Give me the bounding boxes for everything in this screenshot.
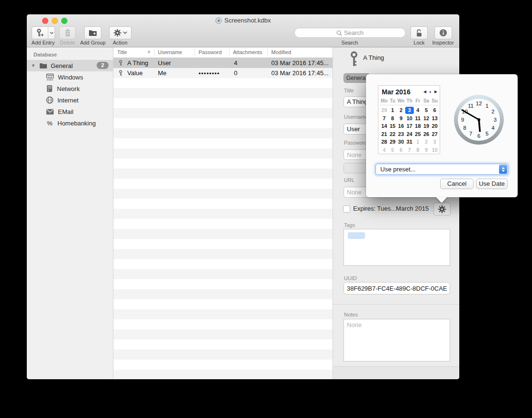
select-stepper-icon [499, 165, 507, 174]
calendar-prev-icon[interactable]: ◀ [423, 90, 426, 94]
calendar-day[interactable]: 18 [413, 123, 422, 130]
entry-modified-cell: 03 Mar 2016 17:45... [271, 69, 329, 77]
calendar-day[interactable]: 19 [422, 123, 431, 130]
analog-clock[interactable]: 123456789101112 [453, 93, 505, 146]
calendar-day[interactable]: 10 [405, 115, 414, 122]
calendar-day[interactable]: 1 [413, 138, 422, 146]
calendar-day[interactable]: 30 [397, 138, 405, 146]
use-date-button[interactable]: Use Date [476, 179, 508, 189]
calendar-day[interactable]: 17 [405, 123, 414, 130]
entry-username-cell: User [158, 59, 171, 67]
calendar-day[interactable]: 12 [422, 115, 431, 122]
table-row [113, 108, 332, 118]
calendar-day[interactable]: 11 [413, 115, 422, 122]
calendar-day[interactable]: 10 [431, 147, 439, 154]
empty-tag-pill[interactable] [348, 232, 365, 239]
calendar-day[interactable]: 8 [388, 115, 397, 122]
calendar-day[interactable]: 24 [405, 131, 414, 138]
calendar-day[interactable]: 26 [422, 131, 431, 138]
preset-select[interactable]: Use preset... [376, 164, 508, 175]
sidebar-item-internet[interactable]: Internet [27, 94, 113, 106]
uuid-field[interactable] [344, 282, 450, 294]
svg-text:9: 9 [461, 117, 464, 123]
sidebar-item-general[interactable]: ▼ General 2 [27, 60, 113, 71]
add-group-button[interactable] [84, 26, 101, 39]
calendar-day[interactable]: 6 [397, 147, 405, 154]
sidebar-item-label: Homebanking [57, 120, 96, 127]
table-row [113, 350, 332, 360]
calendar-day[interactable]: 27 [431, 131, 439, 138]
calendar-day[interactable]: 7 [380, 115, 388, 122]
table-row[interactable]: A ThingUser403 Mar 2016 17:45... [113, 58, 332, 68]
sidebar-item-email[interactable]: EMail [27, 106, 113, 117]
calendar-day[interactable]: 22 [388, 131, 397, 138]
column-header-title[interactable]: Title [117, 49, 127, 55]
sidebar-section-header: Database [33, 52, 57, 57]
table-row [113, 219, 332, 229]
table-row [113, 239, 332, 249]
sidebar-item-label: Network [57, 85, 80, 92]
calendar-day[interactable]: 9 [422, 147, 431, 154]
calendar-day[interactable]: 5 [422, 107, 431, 114]
calendar-day[interactable]: 29 [380, 107, 388, 114]
expires-checkbox[interactable] [343, 205, 350, 213]
column-divider [195, 49, 195, 56]
calendar-divider [380, 105, 438, 105]
calendar-day[interactable]: 29 [388, 138, 397, 146]
inspector-button[interactable] [434, 26, 452, 39]
expires-date-picker-button[interactable] [433, 203, 451, 215]
calendar-day[interactable]: 7 [405, 147, 414, 154]
lock-button[interactable] [410, 26, 428, 39]
table-row [113, 319, 332, 329]
notes-field[interactable] [344, 319, 450, 362]
tab-general[interactable]: General [344, 73, 369, 83]
calendar-day[interactable]: 14 [380, 123, 388, 130]
calendar-day[interactable]: 1 [388, 107, 397, 114]
delete-label: Delete [60, 40, 75, 45]
entry-title-cell: Value [127, 69, 143, 77]
table-row[interactable]: ValueMe••••••••003 Mar 2016 17:45... [113, 68, 332, 78]
calendar-today-icon[interactable]: ● [429, 90, 431, 93]
calendar-day[interactable]: 6 [431, 107, 439, 114]
calendar-day[interactable]: 15 [388, 123, 397, 130]
column-header-password[interactable]: Password [199, 49, 222, 55]
envelope-icon [46, 109, 54, 115]
add-entry-button[interactable] [32, 26, 55, 39]
cancel-button[interactable]: Cancel [440, 179, 474, 189]
sidebar-item-homebanking[interactable]: % Homebanking [27, 117, 113, 129]
calendar-next-icon[interactable]: ▶ [434, 90, 437, 94]
table-header: Title ∧ Username Password Attachments Mo… [113, 47, 332, 58]
search-input[interactable]: Search [294, 28, 406, 38]
calendar-day[interactable]: 2 [397, 107, 405, 114]
table-row [113, 309, 332, 319]
calendar-day[interactable]: 23 [397, 131, 405, 138]
table-row [113, 229, 332, 239]
calendar-day[interactable]: 4 [413, 107, 422, 114]
delete-button [59, 26, 76, 39]
calendar-day[interactable]: 8 [413, 147, 422, 154]
calendar-day[interactable]: 20 [431, 123, 439, 130]
action-button[interactable] [109, 26, 132, 39]
calendar-day[interactable]: 16 [397, 123, 405, 130]
calendar-day[interactable]: 3 [431, 138, 439, 146]
username-label: Username [344, 114, 368, 120]
search-placeholder: Search [344, 29, 364, 36]
calendar-day[interactable]: 9 [397, 115, 405, 122]
column-header-modified[interactable]: Modified [271, 49, 291, 55]
sidebar-item-windows[interactable]: Windows [27, 71, 113, 83]
disclosure-triangle-icon[interactable]: ▼ [31, 63, 35, 68]
calendar-day[interactable]: 2 [422, 138, 431, 146]
tags-field[interactable] [344, 229, 450, 266]
column-header-username[interactable]: Username [158, 49, 182, 55]
calendar-day-selected[interactable]: 3 [405, 107, 414, 114]
calendar-day[interactable]: 28 [380, 138, 388, 146]
calendar-day[interactable]: 5 [388, 147, 397, 154]
calendar-day[interactable]: 13 [431, 115, 439, 122]
calendar-day[interactable]: 4 [380, 147, 388, 154]
calendar-day[interactable]: 25 [413, 131, 422, 138]
column-header-attachments[interactable]: Attachments [233, 49, 262, 55]
calendar-day[interactable]: 21 [380, 131, 388, 138]
calendar-day[interactable]: 31 [405, 138, 414, 146]
sidebar-item-network[interactable]: Network [27, 83, 113, 94]
calendar-month-label: Mar 2016 [382, 88, 410, 96]
